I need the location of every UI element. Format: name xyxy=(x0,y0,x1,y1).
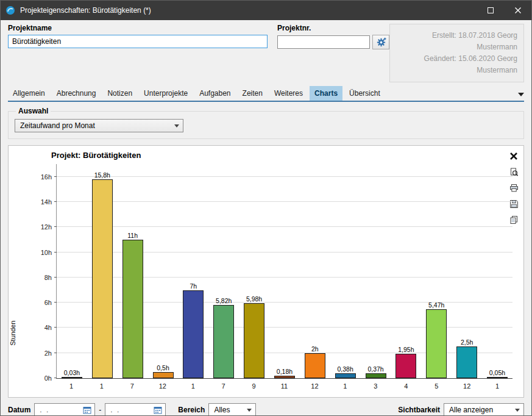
tab-charts[interactable]: Charts xyxy=(310,86,342,101)
chart-panel: Projekt: Bürotätigkeiten xyxy=(8,145,524,398)
app-icon xyxy=(5,5,15,15)
audit-info-box: Erstellt: 18.07.2018 Georg Mustermann Ge… xyxy=(389,24,524,82)
plot-area: 0h2h4h6h8h10h12h14h16h0,03h15,8h11h0,5h7… xyxy=(56,164,512,379)
window-title: Projekteigenschaften: Bürotätigkeiten (*… xyxy=(20,6,151,15)
y-tick-label: 12h xyxy=(41,223,52,231)
bar-value-label: 5,47h xyxy=(428,301,444,309)
bar xyxy=(335,373,356,378)
bar-cell: 2h xyxy=(300,345,330,378)
bar-cell: 0,05h xyxy=(482,369,512,378)
bar-value-label: 2,5h xyxy=(461,339,473,346)
sichtbarkeit-value: Alle anzeigen xyxy=(444,404,511,416)
bar-cell: 1,95h xyxy=(391,346,421,378)
bar xyxy=(62,377,82,378)
bereich-label: Bereich xyxy=(178,406,205,414)
chevron-down-icon xyxy=(511,404,523,416)
bar xyxy=(122,240,143,378)
x-tick-label: 9 xyxy=(239,382,269,390)
date-from-input[interactable]: . . xyxy=(34,403,95,416)
tab-allgemein[interactable]: Allgemein xyxy=(8,86,50,101)
y-tick-label: 8h xyxy=(44,274,52,281)
bar xyxy=(426,309,447,378)
bar-cell: 5,82h xyxy=(208,297,239,378)
bar xyxy=(153,372,174,378)
date-from-value: . . xyxy=(40,406,49,414)
date-to-value: . . xyxy=(110,406,120,414)
bar-cell: 0,18h xyxy=(269,368,300,378)
header-form: Projektname Projektnr. xyxy=(1,20,531,85)
bar xyxy=(274,376,295,378)
tab-aufgaben[interactable]: Aufgaben xyxy=(194,86,235,101)
project-nr-settings-button[interactable] xyxy=(372,35,389,49)
y-tick-label: 6h xyxy=(44,299,52,306)
x-tick-label: 4 xyxy=(391,382,421,390)
close-icon xyxy=(514,7,522,14)
bar-value-label: 11h xyxy=(127,232,138,239)
date-to-calendar-button[interactable] xyxy=(152,404,163,415)
y-tick-label: 16h xyxy=(41,173,52,181)
chevron-down-icon xyxy=(171,120,183,132)
bar xyxy=(213,305,234,378)
bar xyxy=(487,377,508,378)
sichtbarkeit-select[interactable]: Alle anzeigen xyxy=(444,403,524,416)
tab-übersicht[interactable]: Übersicht xyxy=(344,86,385,101)
date-range-separator: - xyxy=(99,406,101,414)
chevron-down-icon xyxy=(243,404,255,416)
project-name-label: Projektname xyxy=(8,24,268,32)
calendar-icon xyxy=(83,406,91,414)
bar-cell: 11h xyxy=(118,232,148,378)
x-axis-labels: 1171217911121345121 xyxy=(56,382,512,390)
tab-strip: AllgemeinAbrechnungNotizenUnterprojekteA… xyxy=(8,86,387,101)
date-to-input[interactable]: . . xyxy=(105,403,166,416)
bar-value-label: 0,18h xyxy=(277,368,293,375)
close-button[interactable] xyxy=(504,1,531,20)
bar-value-label: 2h xyxy=(311,345,319,353)
bar xyxy=(305,353,325,378)
x-tick-label: 1 xyxy=(482,382,512,390)
bar-cell: 5,98h xyxy=(239,295,269,378)
created-info: Erstellt: 18.07.2018 Georg Mustermann xyxy=(396,30,517,53)
bar xyxy=(183,290,204,378)
bar-value-label: 15,8h xyxy=(94,171,110,179)
sichtbarkeit-label: Sichtbarkeit xyxy=(398,406,440,414)
chart-close-button[interactable] xyxy=(508,151,519,162)
x-tick-label: 12 xyxy=(300,382,330,390)
tab-notizen[interactable]: Notizen xyxy=(102,86,137,101)
tab-abrechnung[interactable]: Abrechnung xyxy=(52,86,101,101)
maximize-button[interactable] xyxy=(477,1,504,20)
x-tick-label: 7 xyxy=(117,382,147,390)
project-nr-input[interactable] xyxy=(277,35,370,49)
x-tick-label: 11 xyxy=(269,382,300,390)
bar-cell: 0,5h xyxy=(148,364,179,378)
modified-info: Geändert: 15.06.2020 Georg Mustermann xyxy=(396,53,517,76)
date-from-calendar-button[interactable] xyxy=(82,404,93,415)
bar-value-label: 7h xyxy=(190,282,197,290)
bar xyxy=(456,346,477,378)
calendar-icon xyxy=(154,406,162,414)
project-name-field: Projektname xyxy=(8,24,268,48)
title-bar: Projekteigenschaften: Bürotätigkeiten (*… xyxy=(1,1,531,20)
x-tick-label: 1 xyxy=(178,382,208,390)
auswahl-groupbox: Auswahl Zeitaufwand pro Monat xyxy=(8,107,524,139)
bar-value-label: 5,98h xyxy=(246,295,262,303)
bars-row: 0,03h15,8h11h0,5h7h5,82h5,98h0,18h2h0,38… xyxy=(57,164,512,378)
bar-cell: 0,38h xyxy=(330,365,361,378)
bar-cell: 5,47h xyxy=(421,301,452,378)
tab-overflow-icon[interactable] xyxy=(518,93,524,96)
bereich-select[interactable]: Alles xyxy=(208,403,256,416)
x-tick-label: 12 xyxy=(452,382,482,390)
datum-label: Datum xyxy=(8,406,30,414)
bar-value-label: 0,5h xyxy=(157,364,169,371)
x-tick-label: 1 xyxy=(56,382,87,390)
chart-title: Projekt: Bürotätigkeiten xyxy=(51,151,141,160)
tab-bar: AllgemeinAbrechnungNotizenUnterprojekteA… xyxy=(8,86,524,102)
chart-close-icon xyxy=(509,152,518,160)
project-name-input[interactable] xyxy=(8,35,268,48)
tab-weiteres[interactable]: Weiteres xyxy=(269,86,308,101)
tab-zeiten[interactable]: Zeiten xyxy=(238,86,268,101)
bereich-value: Alles xyxy=(209,404,243,416)
bar-value-label: 0,05h xyxy=(489,369,505,376)
maximize-icon xyxy=(488,7,494,13)
tab-unterprojekte[interactable]: Unterprojekte xyxy=(139,86,193,101)
chart-type-select[interactable]: Zeitaufwand pro Monat xyxy=(15,119,183,132)
